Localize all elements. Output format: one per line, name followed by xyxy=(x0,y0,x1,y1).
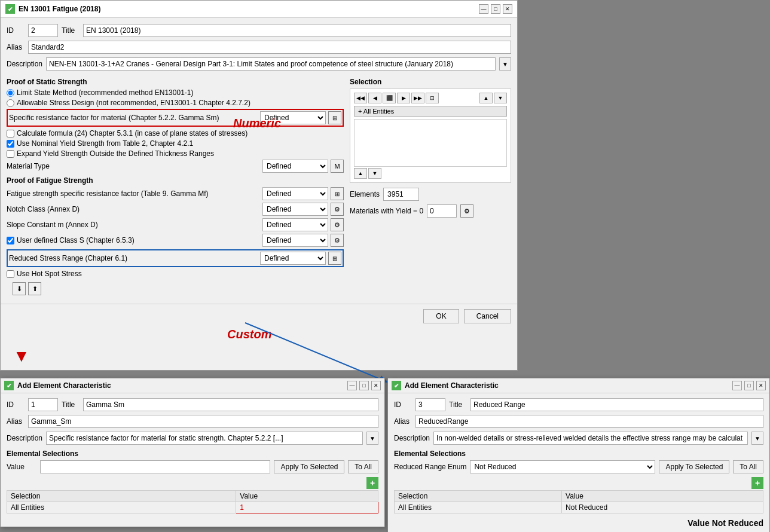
desc-dropdown-button[interactable]: ▼ xyxy=(499,57,511,71)
sub2-close[interactable]: ✕ xyxy=(756,381,766,390)
sub1-value-input[interactable] xyxy=(40,460,270,473)
slope-constant-btn[interactable]: ⚙ xyxy=(331,218,344,231)
title-label: Title xyxy=(62,26,80,35)
sub1-col-value: Value xyxy=(236,491,378,502)
sel-btn2[interactable]: ◀ xyxy=(368,93,381,103)
radio1[interactable] xyxy=(7,89,14,97)
sub2-title-field[interactable]: Reduced Range xyxy=(470,398,763,411)
hot-spot-checkbox[interactable] xyxy=(7,270,14,278)
footer-btn2[interactable]: ⬆ xyxy=(28,282,41,295)
alias-label: Alias xyxy=(7,43,25,51)
ok-button[interactable]: OK xyxy=(423,309,459,323)
specific-resistance-grid-btn[interactable]: ⊞ xyxy=(328,111,341,124)
fatigue-strength-btn[interactable]: ⊞ xyxy=(331,187,344,200)
selection-area: ◀◀ ◀ ⬛ ▶ ▶▶ ⊡ ▲ ▼ + All Entities xyxy=(350,88,511,183)
radio2[interactable] xyxy=(7,99,14,107)
sub1-title-label: Title xyxy=(62,400,80,409)
selection-list xyxy=(354,119,507,167)
user-defined-btn[interactable]: ⚙ xyxy=(331,234,344,247)
title-field[interactable]: EN 13001 (2018) xyxy=(83,24,511,37)
desc-field[interactable]: NEN-EN 13001-3-1+A2 Cranes - General Des… xyxy=(46,57,496,71)
sub1-desc-field[interactable]: Specific resistance factor for material … xyxy=(46,432,363,445)
sel-btn1[interactable]: ◀◀ xyxy=(354,93,367,103)
main-window-title: EN 13001 Fatigue (2018) xyxy=(19,5,100,13)
all-entities-bar[interactable]: + All Entities xyxy=(354,106,507,117)
materials-value-input[interactable]: 0 xyxy=(427,204,457,218)
id-field[interactable]: 2 xyxy=(28,24,58,37)
sub1-id-field[interactable]: 1 xyxy=(28,398,58,411)
selection-toolbar: ◀◀ ◀ ⬛ ▶ ▶▶ ⊡ ▲ ▼ xyxy=(354,93,507,103)
sel-nav-down[interactable]: ▼ xyxy=(494,93,507,103)
sub2-desc-label: Description xyxy=(394,434,430,442)
sub2-id-field[interactable]: 3 xyxy=(415,398,445,411)
specific-resistance-label: Specific resistance factor for material … xyxy=(9,114,258,122)
main-title-area: ✔ EN 13001 Fatigue (2018) xyxy=(5,4,100,14)
fatigue-strength-select[interactable]: Defined xyxy=(262,187,328,200)
sub1-alias-label: Alias xyxy=(7,417,25,426)
desc-label: Description xyxy=(7,60,42,68)
checkbox1-row: Calculate formula (24) Chapter 5.3.1 (in… xyxy=(7,129,344,137)
checkbox2-row: Use Nominal Yield Strength from Table 2,… xyxy=(7,139,344,148)
notch-class-btn[interactable]: ⚙ xyxy=(331,203,344,216)
reduced-stress-select[interactable]: Defined xyxy=(260,252,326,265)
checkbox3[interactable] xyxy=(7,150,14,158)
desc-row: Description NEN-EN 13001-3-1+A2 Cranes -… xyxy=(7,57,511,71)
user-defined-select[interactable]: Defined xyxy=(262,234,328,247)
slope-constant-select[interactable]: Defined xyxy=(262,218,328,231)
user-defined-row: User defined Class S (Chapter 6.5.3) Def… xyxy=(7,234,344,247)
sel-bottom-btn2[interactable]: ▼ xyxy=(368,168,381,179)
sub1-add-row-button[interactable]: + xyxy=(366,477,378,489)
left-column: Proof of Static Strength Limit State Met… xyxy=(7,74,344,298)
sub1-value-row: Value Apply To Selected To All xyxy=(7,460,378,473)
sub1-to-all-button[interactable]: To All xyxy=(348,460,378,473)
close-button[interactable]: ✕ xyxy=(503,4,512,14)
sub2-desc-dropdown[interactable]: ▼ xyxy=(751,432,763,445)
main-two-col: Proof of Static Strength Limit State Met… xyxy=(7,74,511,298)
sub1-desc-dropdown[interactable]: ▼ xyxy=(366,432,378,445)
sub1-apply-button[interactable]: Apply To Selected xyxy=(274,460,344,473)
sub2-alias-label: Alias xyxy=(394,417,412,426)
fatigue-strength-header: Proof of Fatigue Strength xyxy=(7,176,344,185)
minimize-button[interactable]: — xyxy=(479,4,488,14)
materials-action-btn[interactable]: ⚙ xyxy=(460,204,473,218)
material-type-btn[interactable]: M xyxy=(331,160,344,173)
sel-btn3[interactable]: ⬛ xyxy=(383,93,396,103)
sel-btn5[interactable]: ▶▶ xyxy=(411,93,424,103)
custom-annotation: Custom xyxy=(227,328,271,341)
sub2-add-row-button[interactable]: + xyxy=(751,477,763,489)
sub1-close[interactable]: ✕ xyxy=(371,381,381,390)
sub1-title-field[interactable]: Gamma Sm xyxy=(83,398,378,411)
sel-btn4[interactable]: ▶ xyxy=(397,93,410,103)
sub2-alias-field[interactable]: ReducedRange xyxy=(415,415,763,428)
elements-row: Elements 3951 xyxy=(350,188,511,201)
sub2-apply-button[interactable]: Apply To Selected xyxy=(659,460,729,473)
cancel-button[interactable]: Cancel xyxy=(464,309,511,323)
sub2-minimize[interactable]: — xyxy=(732,381,742,390)
sub1-minimize[interactable]: — xyxy=(347,381,357,390)
footer-btn1[interactable]: ⬇ xyxy=(13,282,26,295)
sub1-value-label: Value xyxy=(7,463,36,471)
sub1-maximize[interactable]: □ xyxy=(359,381,369,390)
sub2-to-all-button[interactable]: To All xyxy=(733,460,763,473)
sel-nav-up[interactable]: ▲ xyxy=(479,93,493,103)
checkbox1[interactable] xyxy=(7,130,14,137)
notch-class-select[interactable]: Defined xyxy=(262,203,328,216)
material-type-select[interactable]: Defined xyxy=(262,160,328,173)
alias-field[interactable]: Standard2 xyxy=(28,41,511,54)
sub2-desc-field[interactable]: In non-welded details or stress-relieved… xyxy=(433,432,748,445)
sub2-controls: — □ ✕ xyxy=(732,381,766,390)
elements-value: 3951 xyxy=(383,188,419,201)
sub2-title-label: Title xyxy=(449,400,467,409)
sub2-value-cell: Not Reduced xyxy=(562,502,763,513)
reduced-stress-btn[interactable]: ⊞ xyxy=(328,252,341,265)
user-defined-checkbox[interactable] xyxy=(7,237,14,244)
sub2-maximize[interactable]: □ xyxy=(744,381,754,390)
sel-bottom-btn1[interactable]: ▲ xyxy=(354,168,367,179)
id-title-row: ID 2 Title EN 13001 (2018) xyxy=(7,24,511,37)
checkbox2-label: Use Nominal Yield Strength from Table 2,… xyxy=(17,139,193,148)
sub2-dropdown[interactable]: Not Reduced xyxy=(470,460,655,473)
maximize-button[interactable]: □ xyxy=(491,4,500,14)
sub1-alias-field[interactable]: Gamma_Sm xyxy=(28,415,378,428)
checkbox2[interactable] xyxy=(7,140,14,148)
sel-btn6[interactable]: ⊡ xyxy=(426,93,439,103)
